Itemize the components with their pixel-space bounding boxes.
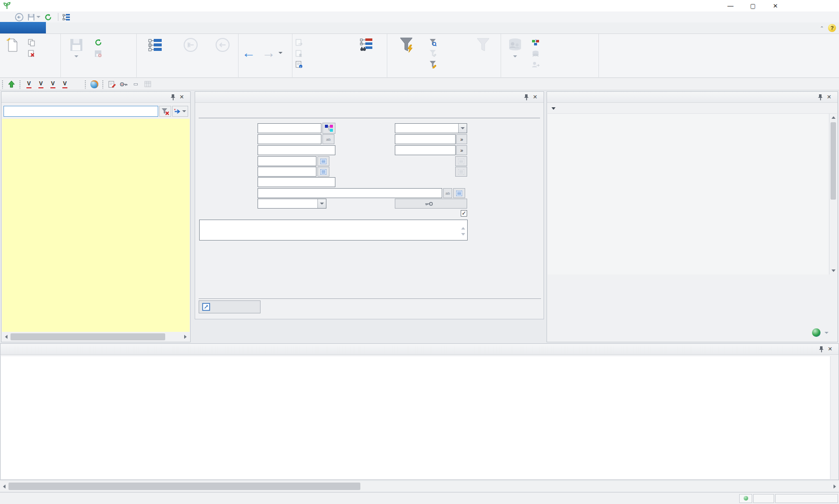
berechtigungen-ribbon-button[interactable] [292,48,346,59]
workspace-vertical-scrollbar[interactable] [829,114,837,274]
privilege-vertical-scrollbar[interactable] [830,356,838,479]
view3-button[interactable]: V [47,79,58,89]
browser-button[interactable] [89,79,100,89]
klasse-input[interactable] [258,123,321,133]
sortierung-list-button[interactable] [317,156,329,166]
close-panel-icon[interactable]: ✕ [826,345,835,353]
filter-textarea[interactable] [199,220,468,241]
edit-note-button[interactable] [106,79,117,89]
pin-icon[interactable] [817,345,826,353]
schnellsuche-button[interactable] [387,35,426,70]
klasse-picker-button[interactable] [322,123,335,134]
app-menu-button[interactable] [0,22,46,33]
filter-bearbeiten-button[interactable] [426,48,467,59]
aktualisieren-button[interactable] [92,37,107,48]
in-kontextbaum-anzeigen-button[interactable] [346,35,386,70]
list-picker-button-disabled[interactable] [455,156,467,166]
genutztes-system-select[interactable] [395,123,467,133]
bottom-horizontal-scrollbar[interactable] [0,481,839,492]
scrollbar-thumb[interactable] [10,333,165,340]
scrollbar-thumb[interactable] [8,483,360,490]
close-button[interactable]: ✕ [764,0,787,11]
in-mandant-umschalten-button[interactable] [529,37,597,48]
berechtigungen-button[interactable] [395,199,467,209]
contexttree-quick-button[interactable] [60,12,72,22]
neu-button[interactable] [0,35,25,70]
auswahl-button[interactable] [501,35,529,70]
view2-button[interactable]: V [35,79,46,89]
klasse2-input[interactable] [395,134,456,144]
eine-ebene-zurueck-button[interactable] [208,35,238,70]
close-panel-icon[interactable]: ✕ [177,93,186,101]
refresh-quick-button[interactable] [42,12,56,22]
knoten-label-input[interactable] [258,134,321,144]
textarea-scroll-down-icon[interactable] [461,236,465,242]
info-button[interactable]: i [292,59,346,70]
kontextwerte-input[interactable] [258,177,335,187]
close-panel-icon[interactable]: ✕ [531,93,540,101]
scroll-left-icon[interactable] [2,332,10,341]
speichern-button[interactable] [61,35,92,70]
apply-filter-button[interactable]: * [172,106,188,117]
kopieren-button[interactable] [25,37,40,48]
history-back-button[interactable]: ← [239,44,259,62]
collapse-ribbon-icon[interactable]: ⌃ [820,25,824,31]
minimize-button[interactable]: — [719,0,742,11]
filter-waehlen-button[interactable] [426,37,467,48]
back-button[interactable] [13,12,25,22]
filter-immer-aktiv-checkbox[interactable]: ✓ [461,210,467,217]
objekt-label-list-button[interactable] [453,188,465,198]
verschieben-button[interactable] [292,37,346,48]
list-picker-button-disabled[interactable] [455,167,467,177]
clear-filter-button[interactable] [159,106,171,117]
verwerfen-button[interactable] [92,48,107,59]
kontextbaum-waehlen-button[interactable] [137,35,174,70]
grid-button[interactable] [142,79,153,89]
history-forward-button[interactable]: → [259,44,279,62]
id-button[interactable] [130,79,141,89]
knotenposition-input[interactable] [258,145,335,155]
sa-bereinigen-button[interactable] [199,300,261,313]
textarea-scroll-up-icon[interactable] [461,221,465,227]
zurueck-hauptebene-button[interactable] [174,35,208,70]
help-questions-button[interactable] [71,79,82,89]
objekt-label-edit-button[interactable]: ab [443,188,452,198]
pin-icon[interactable] [522,93,531,101]
pin-icon[interactable] [168,93,177,101]
language-globe-icon[interactable] [812,328,821,337]
sortierung-input[interactable] [258,156,316,166]
maximize-button[interactable]: ▢ [742,0,764,11]
scroll-down-icon[interactable] [830,267,837,274]
suchattribut-list-button[interactable] [317,167,329,177]
suchattribut-input[interactable] [258,167,316,177]
filter-aktivieren-button[interactable] [467,35,499,70]
move-up-button[interactable] [6,79,17,89]
workspace-section-header[interactable] [548,103,837,114]
close-panel-icon[interactable]: ✕ [825,93,834,101]
scroll-right-icon[interactable] [831,482,839,491]
view4-button[interactable]: V [59,79,70,89]
vorgaenger-input[interactable] [395,145,456,155]
filter-dropdown-icon[interactable] [182,110,186,112]
objekt-label-input[interactable] [258,188,442,198]
tree-search-input[interactable] [3,106,158,117]
key-button[interactable] [118,79,129,89]
vorgaenger-picker-button[interactable]: » [456,145,467,155]
label-edit-button[interactable]: ab [322,134,334,144]
sid-button[interactable] [154,79,169,89]
klasse2-picker-button[interactable]: » [456,134,467,144]
scroll-right-icon[interactable] [181,332,190,341]
filter-design-button[interactable] [426,59,467,70]
loeschen-button[interactable] [25,48,40,59]
scroll-up-icon[interactable] [830,114,837,121]
save-quick-button[interactable] [25,12,42,22]
stellvertretung-button[interactable] [529,59,597,70]
schreibmandant-setzen-button[interactable] [529,48,597,59]
view1-button[interactable]: V [23,79,34,89]
position-neuer-objekte-select[interactable] [258,199,326,209]
scroll-left-icon[interactable] [0,482,8,491]
tree-horizontal-scrollbar[interactable] [2,332,190,341]
scrollbar-thumb[interactable] [831,122,836,200]
language-dropdown-icon[interactable] [825,332,829,334]
help-icon[interactable]: ? [828,24,836,32]
